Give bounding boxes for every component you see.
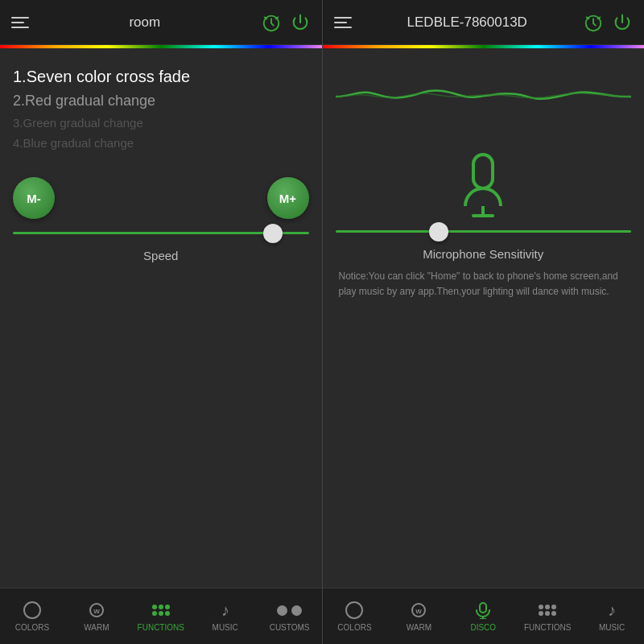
minus-button[interactable]: M- bbox=[13, 177, 55, 219]
left-panel: room 1.Seven color cross fade 2.Red grad… bbox=[0, 0, 322, 644]
nav-label: FUNCTIONS bbox=[524, 623, 571, 632]
nav-disco-right[interactable]: DISCO bbox=[451, 588, 515, 644]
nav-customs-left[interactable]: CUSTOMS bbox=[258, 588, 322, 644]
right-title: LEDBLE-7860013D bbox=[352, 14, 584, 31]
music-icon: ♪ bbox=[221, 601, 229, 620]
nav-music-left[interactable]: ♪ MUSIC bbox=[193, 588, 258, 644]
nav-label: COLORS bbox=[337, 623, 371, 632]
music-icon-right: ♪ bbox=[608, 601, 616, 620]
mode-item[interactable]: 2.Red gradual change bbox=[13, 89, 309, 113]
mode-item[interactable]: 4.Blue gradual change bbox=[13, 133, 309, 153]
colors-icon-right bbox=[345, 601, 363, 619]
nav-colors-right[interactable]: COLORS bbox=[323, 588, 387, 644]
sensitivity-track bbox=[336, 230, 632, 233]
mic-nav-icon bbox=[474, 601, 492, 619]
mic-icon bbox=[464, 153, 502, 217]
mode-list: 1.Seven color cross fade 2.Red gradual c… bbox=[13, 64, 309, 153]
nav-colors-left[interactable]: COLORS bbox=[0, 588, 64, 644]
nav-warm-left[interactable]: W WARM bbox=[64, 588, 129, 644]
customs-icon bbox=[277, 605, 302, 616]
nav-functions-left[interactable]: FUNCTIONS bbox=[129, 588, 193, 644]
nav-label: WARM bbox=[84, 623, 109, 632]
right-menu-icon[interactable] bbox=[334, 17, 352, 28]
nav-warm-right[interactable]: W WARM bbox=[386, 588, 451, 644]
menu-icon[interactable] bbox=[11, 17, 29, 28]
speed-track bbox=[13, 232, 309, 234]
sensitivity-label: Microphone Sensitivity bbox=[336, 247, 632, 261]
plus-button[interactable]: M+ bbox=[267, 177, 309, 219]
waveform bbox=[336, 56, 632, 137]
right-power-icon[interactable] bbox=[612, 12, 633, 33]
microphone-icon-container bbox=[336, 153, 632, 217]
left-content: 1.Seven color cross fade 2.Red gradual c… bbox=[0, 48, 322, 588]
mic-line bbox=[481, 206, 485, 214]
speed-thumb[interactable] bbox=[263, 224, 283, 243]
svg-rect-6 bbox=[480, 603, 486, 613]
sensitivity-thumb[interactable] bbox=[429, 222, 448, 242]
sensitivity-slider[interactable] bbox=[336, 230, 632, 233]
left-header: room bbox=[0, 0, 322, 45]
nav-label: WARM bbox=[407, 623, 431, 632]
colors-icon bbox=[23, 601, 41, 619]
waveform-svg bbox=[336, 68, 632, 125]
nav-label: COLORS bbox=[15, 623, 49, 632]
speed-slider[interactable] bbox=[13, 232, 309, 234]
alarm-icon[interactable] bbox=[261, 12, 282, 33]
mic-base bbox=[472, 214, 494, 217]
left-title: room bbox=[29, 14, 261, 31]
functions-icon bbox=[152, 605, 170, 616]
right-content: Microphone Sensitivity Notice:You can cl… bbox=[323, 48, 645, 588]
nav-music-right[interactable]: ♪ MUSIC bbox=[580, 588, 644, 644]
nav-label: CUSTOMS bbox=[270, 623, 310, 632]
nav-functions-right[interactable]: FUNCTIONS bbox=[515, 588, 580, 644]
nav-label: MUSIC bbox=[213, 623, 238, 632]
notice-text: Notice:You can click "Home" to back to p… bbox=[336, 261, 632, 308]
right-panel: LEDBLE-7860013D bbox=[323, 0, 645, 644]
speed-label: Speed bbox=[13, 249, 309, 262]
svg-text:W: W bbox=[416, 608, 423, 615]
power-icon[interactable] bbox=[290, 12, 311, 33]
mode-item[interactable]: 1.Seven color cross fade bbox=[13, 64, 309, 89]
nav-label: FUNCTIONS bbox=[138, 623, 184, 632]
mode-controls: M- M+ bbox=[13, 177, 309, 219]
right-alarm-icon[interactable] bbox=[583, 12, 604, 33]
nav-label: MUSIC bbox=[599, 623, 625, 632]
right-header: LEDBLE-7860013D bbox=[323, 0, 645, 45]
right-bottom-nav: COLORS W WARM DISCO bbox=[323, 588, 645, 644]
warm-icon: W bbox=[87, 601, 106, 620]
warm-icon-right: W bbox=[409, 601, 428, 620]
svg-text:W: W bbox=[93, 608, 100, 615]
mic-body bbox=[472, 153, 494, 190]
functions-icon-right bbox=[539, 605, 556, 616]
left-bottom-nav: COLORS W WARM FUNCTIONS ♪ bbox=[0, 588, 322, 644]
nav-label: DISCO bbox=[470, 623, 496, 632]
mode-item[interactable]: 3.Green gradual change bbox=[13, 113, 309, 133]
